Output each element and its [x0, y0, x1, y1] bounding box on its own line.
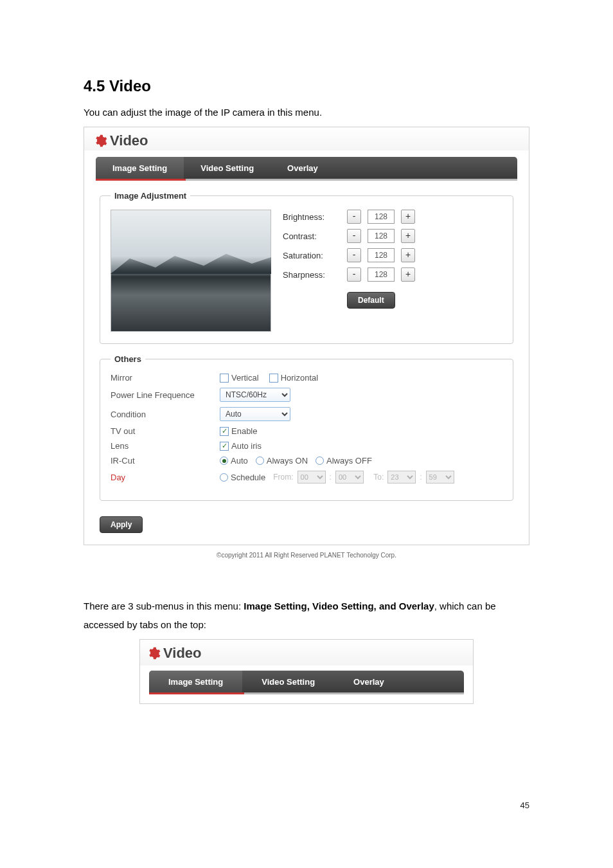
gear-icon: [147, 646, 161, 660]
small-tab-image-setting[interactable]: Image Setting: [149, 671, 242, 692]
ircut-always-on-radio[interactable]: Always ON: [256, 456, 308, 466]
apply-button[interactable]: Apply: [100, 516, 143, 533]
body-paragraph: There are 3 sub-menus in this menu: Imag…: [84, 597, 529, 634]
copyright-text: ©copyright 2011 All Right Reserved PLANE…: [84, 552, 529, 559]
plf-row: Power Line Frequence NTSC/60Hz: [111, 388, 502, 402]
others-legend: Others: [111, 354, 145, 364]
tvout-row: TV out ✓ Enable: [111, 426, 502, 436]
small-tab-video-setting[interactable]: Video Setting: [242, 671, 334, 692]
ircut-always-off-radio[interactable]: Always OFF: [315, 456, 372, 466]
sharpness-plus[interactable]: +: [401, 267, 415, 282]
ircut-auto-radio[interactable]: Auto: [220, 456, 248, 466]
saturation-plus[interactable]: +: [401, 248, 415, 262]
small-tab-strip: Image Setting Video Setting Overlay: [149, 671, 464, 692]
mirror-label: Mirror: [111, 373, 220, 383]
to-min-select[interactable]: 59: [426, 471, 454, 484]
brightness-plus[interactable]: +: [401, 210, 415, 224]
sharpness-minus[interactable]: -: [347, 267, 361, 282]
tabs-screenshot: Video Image Setting Video Setting Overla…: [139, 639, 474, 704]
intro-text: You can adjust the image of the IP camer…: [84, 107, 529, 118]
mirror-vertical-text: Vertical: [231, 373, 259, 383]
mirror-horizontal-text: Horizontal: [281, 373, 319, 383]
ircut-always-off-text: Always OFF: [326, 456, 372, 466]
tvout-text: Enable: [231, 426, 257, 436]
image-adjustment-legend: Image Adjustment: [111, 191, 190, 201]
lens-row: Lens ✓ Auto iris: [111, 441, 502, 451]
day-schedule-text: Schedule: [231, 473, 265, 482]
adjustment-spinners: Brightness: - 128 + Contrast: - 128 +: [283, 210, 502, 309]
plf-label: Power Line Frequence: [111, 390, 220, 400]
contrast-row: Contrast: - 128 +: [283, 229, 502, 243]
sharpness-row: Sharpness: - 128 +: [283, 267, 502, 282]
image-adjustment-group: Image Adjustment Brightness: - 128 +: [100, 191, 513, 344]
condition-label: Condition: [111, 410, 220, 419]
from-word: From:: [273, 473, 293, 482]
ircut-always-on-text: Always ON: [267, 456, 308, 466]
tab-strip: Image Setting Video Setting Overlay: [96, 157, 517, 179]
day-label: Day: [111, 473, 220, 482]
mirror-vertical-checkbox[interactable]: Vertical: [220, 373, 259, 383]
checkbox-icon: ✓: [220, 427, 229, 436]
video-preview: [111, 210, 271, 332]
contrast-plus[interactable]: +: [401, 229, 415, 243]
brightness-label: Brightness:: [283, 212, 341, 222]
small-panel-title: Video: [163, 645, 202, 662]
ircut-label: IR-Cut: [111, 456, 220, 466]
contrast-value: 128: [368, 229, 395, 243]
lens-text: Auto iris: [231, 441, 262, 451]
sharpness-label: Sharpness:: [283, 270, 341, 280]
from-min-select[interactable]: 00: [335, 471, 364, 484]
day-schedule-radio[interactable]: Schedule: [220, 473, 265, 482]
saturation-minus[interactable]: -: [347, 248, 361, 262]
radio-icon: [220, 457, 228, 465]
mirror-horizontal-checkbox[interactable]: Horizontal: [269, 373, 319, 383]
section-heading: 4.5 Video: [84, 77, 529, 95]
contrast-minus[interactable]: -: [347, 229, 361, 243]
lens-checkbox[interactable]: ✓ Auto iris: [220, 441, 262, 451]
default-button[interactable]: Default: [347, 292, 395, 309]
from-hour-select[interactable]: 00: [298, 471, 326, 484]
sharpness-value: 128: [368, 267, 395, 282]
radio-icon: [256, 457, 264, 465]
saturation-value: 128: [368, 248, 395, 262]
schedule-controls: From: 00 : 00 To: 23 : 59: [273, 471, 454, 484]
contrast-label: Contrast:: [283, 231, 341, 241]
radio-icon: [220, 473, 228, 482]
to-hour-select[interactable]: 23: [387, 471, 416, 484]
brightness-row: Brightness: - 128 +: [283, 210, 502, 224]
checkbox-icon: [269, 374, 278, 383]
radio-icon: [315, 457, 324, 465]
checkbox-icon: ✓: [220, 442, 229, 451]
small-tab-underline: [149, 692, 464, 694]
mirror-row: Mirror Vertical Horizontal: [111, 373, 502, 383]
small-tab-overlay[interactable]: Overlay: [334, 671, 404, 692]
tab-underline: [96, 179, 517, 181]
others-group: Others Mirror Vertical Horizontal Power …: [100, 354, 513, 501]
ircut-row: IR-Cut Auto Always ON Always OFF: [111, 456, 502, 466]
tab-image-setting[interactable]: Image Setting: [96, 157, 184, 179]
ircut-auto-text: Auto: [231, 456, 248, 466]
gear-icon: [93, 134, 107, 148]
tvout-label: TV out: [111, 426, 220, 436]
panel-title: Video: [110, 132, 148, 149]
brightness-minus[interactable]: -: [347, 210, 361, 224]
page-number: 45: [520, 800, 529, 810]
panel-titlebar: Video: [84, 127, 529, 150]
day-row: Day Schedule From: 00 : 00 To: 23 :: [111, 471, 502, 484]
tab-overlay[interactable]: Overlay: [271, 157, 335, 179]
brightness-value: 128: [368, 210, 395, 224]
saturation-row: Saturation: - 128 +: [283, 248, 502, 262]
to-word: To:: [373, 473, 384, 482]
checkbox-icon: [220, 374, 229, 383]
plf-select[interactable]: NTSC/60Hz: [220, 388, 290, 402]
condition-select[interactable]: Auto: [220, 407, 290, 421]
video-panel-screenshot: Video Image Setting Video Setting Overla…: [84, 127, 529, 545]
saturation-label: Saturation:: [283, 251, 341, 260]
condition-row: Condition Auto: [111, 407, 502, 421]
tab-video-setting[interactable]: Video Setting: [184, 157, 271, 179]
lens-label: Lens: [111, 441, 220, 451]
tvout-checkbox[interactable]: ✓ Enable: [220, 426, 257, 436]
